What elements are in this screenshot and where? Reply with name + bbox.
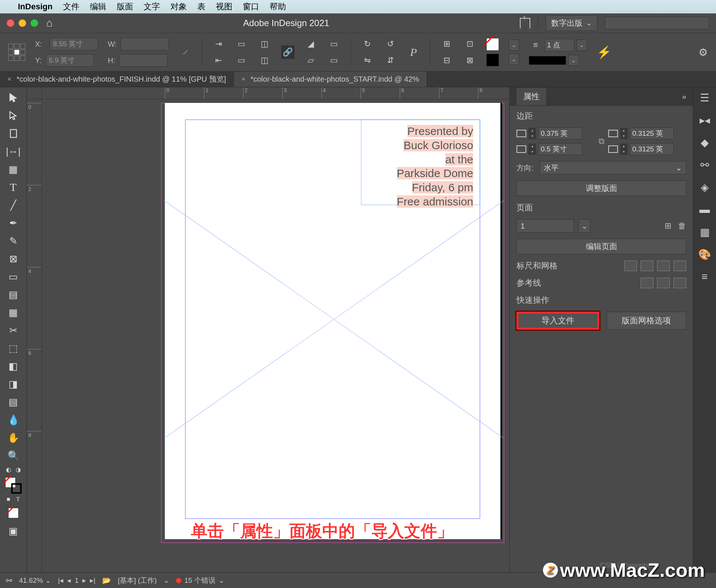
direct-selection-tool[interactable]	[5, 107, 22, 124]
stroke-style-dd[interactable]: ⌄	[568, 55, 579, 66]
line-tool[interactable]: ╱	[5, 197, 22, 213]
paragraph-style-icon[interactable]: P	[407, 45, 420, 59]
cc-libraries-icon[interactable]: ◆	[698, 136, 712, 149]
page[interactable]: Presented by Buck Glorioso at the Parksi…	[165, 103, 500, 539]
reference-point[interactable]	[8, 44, 25, 61]
delete-page-icon[interactable]: 🗑	[678, 221, 686, 231]
fill-dropdown[interactable]: ⌄	[509, 40, 519, 51]
zoom-level[interactable]: 41.62%	[19, 576, 43, 585]
ruler-icon[interactable]	[624, 261, 637, 271]
links-panel-icon[interactable]: ⚯	[698, 158, 712, 172]
quick-apply-icon[interactable]: ⚡	[597, 45, 612, 59]
stroke-panel-icon[interactable]: ▬	[698, 203, 712, 216]
stroke-indicator[interactable]	[11, 483, 22, 494]
new-page-icon[interactable]: ⊞	[665, 221, 671, 231]
rectangle-frame-tool[interactable]: ⊠	[5, 251, 22, 267]
eyedropper-tool[interactable]: 💧	[5, 412, 22, 428]
rectangle-tool[interactable]: ▭	[5, 268, 22, 285]
menu-type[interactable]: 文字	[144, 1, 160, 12]
grid-tool[interactable]: ▤	[5, 286, 22, 303]
prev-page-icon[interactable]: ◂	[67, 576, 71, 585]
pencil-tool[interactable]: ✎	[5, 233, 22, 249]
settings-icon[interactable]: ⚙	[698, 46, 708, 59]
x-field[interactable]	[50, 38, 98, 50]
grid-2-icon[interactable]	[657, 261, 670, 271]
stroke-weight-field[interactable]	[544, 39, 574, 51]
master-page[interactable]: [基本] (工作)	[118, 576, 157, 585]
gradient-swatch-tool[interactable]: ◧	[5, 358, 22, 374]
zoom-tool[interactable]: 🔍	[5, 447, 22, 464]
margin-top-field[interactable]	[538, 128, 582, 139]
drop-shadow-icon[interactable]: ▭	[327, 54, 341, 67]
next-page-icon[interactable]: ▸	[82, 576, 86, 585]
corner-icon[interactable]: ◢	[304, 37, 318, 51]
hand-tool[interactable]: ✋	[5, 430, 22, 446]
minimize-button[interactable]	[19, 19, 26, 27]
menu-table[interactable]: 表	[197, 1, 205, 12]
close-tab-icon[interactable]: ×	[241, 75, 245, 83]
fill-swatch[interactable]	[486, 38, 499, 51]
zoom-dropdown[interactable]: ⌄	[45, 576, 51, 585]
apply-color[interactable]: ■	[4, 495, 13, 503]
ruler-origin[interactable]	[27, 87, 42, 99]
pages-panel-icon[interactable]: ▸◂	[698, 113, 712, 127]
toggle-1[interactable]: ◐	[4, 465, 13, 474]
scissors-tool[interactable]: ✂	[5, 322, 22, 339]
color-panel-icon[interactable]: 🎨	[698, 248, 712, 261]
align-icon[interactable]: ⊞	[440, 37, 453, 51]
content-collector-tool[interactable]: ▦	[5, 161, 22, 177]
link-status-icon[interactable]: ⚯	[6, 576, 12, 585]
swatches-panel-icon[interactable]: ▦	[698, 225, 712, 239]
fill-stroke-indicator[interactable]	[5, 477, 22, 494]
page-number-field[interactable]	[516, 219, 574, 233]
page-dropdown[interactable]: ⌄	[578, 219, 590, 233]
constrain-proportions-icon[interactable]: ⟋	[179, 45, 192, 59]
free-transform-tool[interactable]: ⬚	[5, 340, 22, 356]
h-field[interactable]	[119, 54, 167, 67]
grid-1-icon[interactable]	[641, 261, 653, 271]
open-icon[interactable]: 📂	[102, 576, 111, 585]
menu-edit[interactable]: 编辑	[90, 1, 106, 12]
flip-v-icon[interactable]: ⇵	[384, 54, 397, 67]
rotate-cw-icon[interactable]: ↻	[361, 37, 374, 51]
align-2-icon[interactable]: ⊡	[463, 37, 477, 51]
page-tool[interactable]	[5, 125, 22, 142]
close-tab-icon[interactable]: ×	[7, 75, 12, 83]
distribute-2-icon[interactable]: ⊠	[463, 54, 477, 67]
orientation-select[interactable]: 水平⌄	[540, 161, 686, 174]
link-margins-icon[interactable]: ⧉	[599, 136, 604, 146]
fit-frame-icon[interactable]: ⇤	[212, 54, 225, 67]
pasteboard[interactable]: Presented by Buck Glorioso at the Parksi…	[42, 99, 509, 572]
toggle-2[interactable]: ◑	[14, 465, 22, 474]
gap-tool[interactable]: |↔|	[5, 143, 22, 160]
horizontal-ruler[interactable]: 0 1 2 3 4 5 6 7 8	[42, 87, 509, 99]
center-content-icon[interactable]: ▭	[235, 54, 248, 67]
menu-file[interactable]: 文件	[63, 1, 79, 12]
fit-content-icon[interactable]: ⇥	[212, 37, 225, 51]
auto-fit-icon[interactable]: ▭	[235, 37, 248, 51]
apply-none[interactable]: T	[14, 495, 22, 503]
stroke-style[interactable]	[529, 56, 566, 65]
screen-mode[interactable]: ▣	[5, 523, 22, 539]
y-field[interactable]	[45, 54, 94, 67]
edit-page-button[interactable]: 编辑页面	[516, 239, 686, 254]
gradient-feather-tool[interactable]: ◨	[5, 376, 22, 392]
maximize-button[interactable]	[31, 19, 38, 27]
more-panel-icon[interactable]: ≡	[698, 270, 712, 283]
workspace-dropdown[interactable]: 数字出版	[546, 15, 597, 31]
properties-tab[interactable]: 属性	[516, 88, 546, 105]
grid2-tool[interactable]: ▦	[5, 304, 22, 321]
share-icon[interactable]	[520, 18, 530, 28]
close-button[interactable]	[7, 19, 14, 27]
adjust-layout-button[interactable]: 调整版面	[516, 180, 686, 196]
type-tool[interactable]: T	[5, 179, 22, 195]
layers-panel-icon[interactable]: ◈	[698, 180, 712, 194]
search-input[interactable]	[605, 17, 709, 29]
margin-left-field[interactable]	[630, 128, 674, 139]
w-field[interactable]	[120, 38, 169, 50]
import-file-button[interactable]: 导入文件	[516, 312, 599, 330]
selection-tool[interactable]	[5, 89, 22, 106]
guide-3-icon[interactable]	[673, 278, 686, 288]
rotate-ccw-icon[interactable]: ↺	[384, 37, 397, 51]
last-page-icon[interactable]: ▸|	[90, 576, 95, 585]
